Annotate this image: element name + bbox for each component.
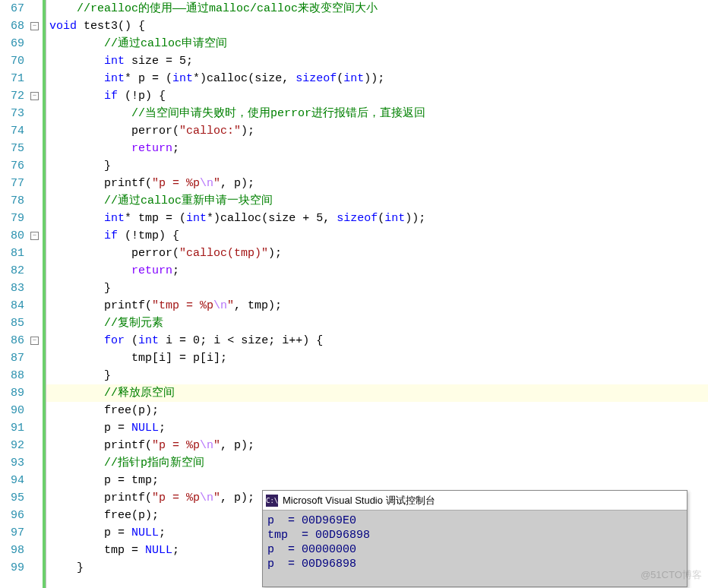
line-number: 99 bbox=[0, 559, 24, 577]
code-line[interactable]: //释放原空间 bbox=[46, 384, 708, 402]
code-line[interactable]: } bbox=[46, 280, 708, 297]
line-number-gutter: 6768697071727374757677787980818283848586… bbox=[0, 0, 29, 588]
code-line[interactable]: printf("p = %p\n", p); bbox=[46, 437, 708, 454]
line-number: 97 bbox=[0, 524, 24, 542]
line-number: 84 bbox=[0, 297, 24, 315]
console-output: p = 00D969E0 tmp = 00D96898 p = 00000000… bbox=[263, 511, 687, 574]
code-line[interactable]: //通过calloc申请空间 bbox=[46, 35, 708, 52]
code-line[interactable]: } bbox=[46, 367, 708, 384]
console-title-text: Microsoft Visual Studio 调试控制台 bbox=[283, 494, 435, 507]
line-number: 95 bbox=[0, 489, 24, 507]
line-number: 71 bbox=[0, 70, 24, 87]
fold-toggle[interactable]: − bbox=[30, 92, 39, 100]
code-line[interactable]: void test3() { bbox=[46, 17, 708, 35]
fold-toggle[interactable]: − bbox=[30, 232, 39, 240]
line-number: 81 bbox=[0, 245, 24, 262]
code-line[interactable]: free(p); bbox=[46, 402, 708, 419]
code-line[interactable]: //当空间申请失败时，使用perror进行报错后，直接返回 bbox=[46, 105, 708, 122]
fold-column: −−−− bbox=[29, 0, 43, 588]
code-line[interactable]: for (int i = 0; i < size; i++) { bbox=[46, 332, 708, 349]
line-number: 82 bbox=[0, 262, 24, 280]
line-number: 77 bbox=[0, 175, 24, 192]
code-line[interactable]: int* p = (int*)calloc(size, sizeof(int))… bbox=[46, 70, 708, 87]
code-line[interactable]: int* tmp = (int*)calloc(size + 5, sizeof… bbox=[46, 210, 708, 227]
line-number: 91 bbox=[0, 419, 24, 437]
line-number: 74 bbox=[0, 122, 24, 140]
code-line[interactable]: perror("calloc:"); bbox=[46, 122, 708, 140]
line-number: 80 bbox=[0, 227, 24, 245]
line-number: 90 bbox=[0, 402, 24, 419]
line-number: 87 bbox=[0, 349, 24, 367]
code-line[interactable]: if (!p) { bbox=[46, 87, 708, 105]
vs-icon: C:\ bbox=[266, 495, 278, 507]
line-number: 68 bbox=[0, 17, 24, 35]
line-number: 69 bbox=[0, 35, 24, 52]
code-line[interactable]: p = tmp; bbox=[46, 472, 708, 489]
console-titlebar[interactable]: C:\ Microsoft Visual Studio 调试控制台 bbox=[263, 491, 687, 511]
watermark-text: @51CTO博客 bbox=[640, 568, 702, 582]
line-number: 96 bbox=[0, 507, 24, 524]
code-line[interactable]: tmp[i] = p[i]; bbox=[46, 349, 708, 367]
code-line[interactable]: //realloc的使用——通过malloc/calloc来改变空间大小 bbox=[46, 0, 708, 17]
code-line[interactable]: int size = 5; bbox=[46, 52, 708, 70]
line-number: 88 bbox=[0, 367, 24, 384]
code-line[interactable]: printf("p = %p\n", p); bbox=[46, 175, 708, 192]
line-number: 86 bbox=[0, 332, 24, 349]
code-line[interactable]: printf("tmp = %p\n", tmp); bbox=[46, 297, 708, 315]
line-number: 83 bbox=[0, 280, 24, 297]
line-number: 70 bbox=[0, 52, 24, 70]
code-line[interactable]: return; bbox=[46, 140, 708, 157]
code-line[interactable]: p = NULL; bbox=[46, 419, 708, 437]
line-number: 76 bbox=[0, 157, 24, 175]
line-number: 79 bbox=[0, 210, 24, 227]
line-number: 98 bbox=[0, 542, 24, 559]
line-number: 73 bbox=[0, 105, 24, 122]
line-number: 94 bbox=[0, 472, 24, 489]
code-line[interactable]: //复制元素 bbox=[46, 315, 708, 332]
fold-toggle[interactable]: − bbox=[30, 22, 39, 30]
debug-console-window: C:\ Microsoft Visual Studio 调试控制台 p = 00… bbox=[262, 490, 687, 587]
line-number: 89 bbox=[0, 384, 24, 402]
fold-toggle[interactable]: − bbox=[30, 337, 39, 345]
code-line[interactable]: return; bbox=[46, 262, 708, 280]
line-number: 92 bbox=[0, 437, 24, 454]
code-line[interactable]: if (!tmp) { bbox=[46, 227, 708, 245]
code-line[interactable]: //指针p指向新空间 bbox=[46, 454, 708, 472]
line-number: 85 bbox=[0, 315, 24, 332]
line-number: 93 bbox=[0, 454, 24, 472]
line-number: 67 bbox=[0, 0, 24, 17]
line-number: 75 bbox=[0, 140, 24, 157]
code-line[interactable]: perror("calloc(tmp)"); bbox=[46, 245, 708, 262]
line-number: 78 bbox=[0, 192, 24, 210]
code-line[interactable]: } bbox=[46, 157, 708, 175]
code-line[interactable]: //通过calloc重新申请一块空间 bbox=[46, 192, 708, 210]
line-number: 72 bbox=[0, 87, 24, 105]
